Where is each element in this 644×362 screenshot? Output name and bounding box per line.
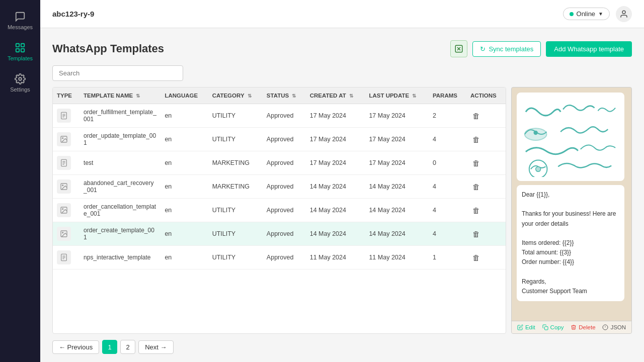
sort-created-icon: ⇅: [349, 93, 353, 99]
messages-icon: [15, 11, 26, 22]
json-icon: [602, 324, 608, 330]
cell-updated: 14 May 2024: [365, 199, 429, 222]
copy-icon: [542, 324, 548, 330]
add-template-button[interactable]: Add Whatsapp template: [546, 41, 632, 57]
col-created[interactable]: CREATED AT ⇅: [306, 87, 365, 104]
svg-point-5: [622, 11, 625, 14]
cell-updated: 17 May 2024: [365, 104, 429, 128]
cell-type: [53, 199, 79, 222]
table-header-row: TYPE TEMPLATE NAME ⇅ LANGUAGE CATEGORY ⇅…: [53, 87, 506, 104]
sidebar-item-templates[interactable]: Templates: [0, 36, 40, 67]
cell-language: en: [160, 222, 208, 246]
row-delete-button[interactable]: 🗑: [470, 111, 482, 121]
preview-panel: Dear {{1}}, Thanks for your business! He…: [511, 87, 632, 334]
table-row[interactable]: order_fulfillment_template_001 en UTILIT…: [53, 104, 506, 128]
page-number-1[interactable]: 1: [102, 340, 117, 354]
excel-export-button[interactable]: [450, 40, 467, 57]
preview-edit-button[interactable]: Edit: [517, 324, 535, 330]
preview-image-svg: [521, 97, 620, 177]
preview-json-button[interactable]: JSON: [602, 324, 626, 330]
user-avatar[interactable]: [616, 6, 632, 22]
cell-status: Approved: [263, 175, 306, 199]
table-row[interactable]: abandoned_cart_recovery_001 en MARKETING…: [53, 175, 506, 199]
table-row[interactable]: order_cancellation_template_001 en UTILI…: [53, 199, 506, 222]
cell-actions: 🗑: [466, 199, 506, 222]
sidebar-item-messages[interactable]: Messages: [0, 5, 40, 36]
svg-rect-1: [21, 44, 24, 47]
table-row[interactable]: nps_interactive_template en UTILITY Appr…: [53, 246, 506, 269]
status-badge[interactable]: Online ▼: [563, 8, 610, 20]
preview-delete-label: Delete: [579, 324, 595, 330]
preview-delete-button[interactable]: Delete: [571, 324, 595, 330]
svg-rect-0: [16, 44, 19, 47]
svg-point-30: [534, 131, 537, 134]
sort-status-icon: ⇅: [292, 93, 296, 99]
cell-name: abandoned_cart_recovery_001: [79, 175, 160, 199]
cell-status: Approved: [263, 104, 306, 128]
svg-rect-2: [16, 49, 19, 52]
cell-name: nps_interactive_template: [79, 246, 160, 269]
cell-params: 0: [429, 151, 466, 175]
cell-category: UTILITY: [208, 199, 263, 222]
row-delete-button[interactable]: 🗑: [470, 252, 482, 263]
col-updated[interactable]: LAST UPDATE ⇅: [365, 87, 429, 104]
cell-category: MARKETING: [208, 151, 263, 175]
cell-actions: 🗑: [466, 222, 506, 246]
next-button[interactable]: Next →: [138, 340, 173, 354]
cell-created: 14 May 2024: [306, 222, 365, 246]
row-delete-button[interactable]: 🗑: [470, 134, 482, 145]
topbar-right: Online ▼: [563, 6, 632, 22]
row-delete-button[interactable]: 🗑: [470, 158, 482, 168]
col-name[interactable]: TEMPLATE NAME ⇅: [79, 87, 160, 104]
preview-actions: Edit Copy Delete JSON: [512, 321, 631, 333]
cell-category: UTILITY: [208, 246, 263, 269]
cell-language: en: [160, 104, 208, 128]
sort-updated-icon: ⇅: [412, 93, 416, 99]
cell-type: [53, 151, 79, 175]
col-status[interactable]: STATUS ⇅: [263, 87, 306, 104]
user-icon: [619, 10, 628, 19]
cell-params: 4: [429, 175, 466, 199]
templates-table: TYPE TEMPLATE NAME ⇅ LANGUAGE CATEGORY ⇅…: [53, 87, 506, 269]
cell-language: en: [160, 246, 208, 269]
cell-updated: 11 May 2024: [365, 246, 429, 269]
cell-name: test: [79, 151, 160, 175]
search-input[interactable]: [52, 65, 183, 81]
cell-status: Approved: [263, 246, 306, 269]
table-row[interactable]: test en MARKETING Approved 17 May 2024 1…: [53, 151, 506, 175]
cell-created: 17 May 2024: [306, 151, 365, 175]
delete-icon: [571, 324, 577, 330]
row-delete-button[interactable]: 🗑: [470, 205, 482, 216]
cell-type: [53, 128, 79, 151]
svg-rect-3: [21, 49, 24, 52]
type-icon: [57, 109, 71, 123]
cell-params: 4: [429, 199, 466, 222]
row-delete-button[interactable]: 🗑: [470, 229, 482, 239]
table-body: order_fulfillment_template_001 en UTILIT…: [53, 104, 506, 269]
sidebar: Messages Templates Settings: [0, 0, 40, 362]
templates-icon: [15, 42, 26, 53]
svg-point-20: [62, 185, 63, 186]
cell-actions: 🗑: [466, 128, 506, 151]
sidebar-item-settings[interactable]: Settings: [0, 67, 40, 99]
cell-type: [53, 222, 79, 246]
preview-copy-button[interactable]: Copy: [542, 324, 564, 330]
cell-created: 11 May 2024: [306, 246, 365, 269]
sidebar-item-messages-label: Messages: [8, 24, 33, 30]
cell-type: [53, 246, 79, 269]
previous-button[interactable]: ← Previous: [52, 340, 99, 354]
cell-params: 4: [429, 222, 466, 246]
cell-updated: 14 May 2024: [365, 175, 429, 199]
cell-category: UTILITY: [208, 128, 263, 151]
sync-templates-button[interactable]: ↻ Sync templates: [472, 41, 541, 57]
svg-point-24: [62, 232, 63, 233]
row-delete-button[interactable]: 🗑: [470, 182, 482, 192]
page-number-2[interactable]: 2: [120, 340, 135, 354]
table-row[interactable]: order_create_template_001 en UTILITY App…: [53, 222, 506, 246]
cell-category: UTILITY: [208, 222, 263, 246]
search-wrap: [52, 65, 632, 81]
col-category[interactable]: CATEGORY ⇅: [208, 87, 263, 104]
svg-point-32: [536, 166, 541, 171]
table-row[interactable]: order_update_template_001 en UTILITY App…: [53, 128, 506, 151]
type-icon: [57, 179, 71, 194]
